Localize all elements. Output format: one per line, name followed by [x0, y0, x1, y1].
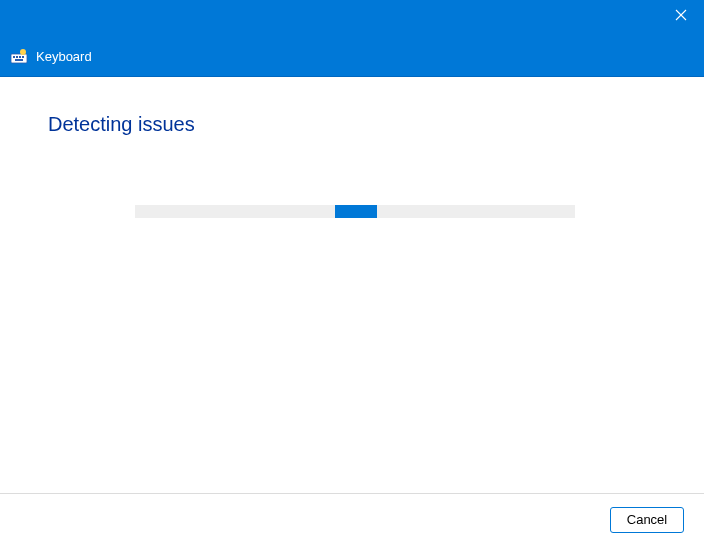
- svg-rect-4: [16, 56, 18, 58]
- close-icon: [675, 7, 687, 25]
- header-bar: Keyboard: [0, 37, 704, 77]
- footer-bar: Cancel: [0, 493, 704, 545]
- svg-rect-6: [22, 56, 24, 58]
- header-title: Keyboard: [36, 49, 92, 64]
- progress-chunk: [335, 205, 377, 218]
- keyboard-icon: [10, 48, 28, 66]
- svg-rect-2: [11, 54, 27, 63]
- progress-bar: [135, 205, 575, 218]
- svg-rect-5: [19, 56, 21, 58]
- close-button[interactable]: [658, 0, 704, 32]
- svg-point-8: [20, 49, 26, 55]
- page-heading: Detecting issues: [48, 113, 656, 136]
- titlebar: [0, 0, 704, 37]
- cancel-button[interactable]: Cancel: [610, 507, 684, 533]
- svg-rect-7: [15, 59, 23, 61]
- content-area: Detecting issues: [0, 77, 704, 493]
- svg-rect-3: [13, 56, 15, 58]
- troubleshooter-window: Keyboard Detecting issues Cancel: [0, 0, 704, 545]
